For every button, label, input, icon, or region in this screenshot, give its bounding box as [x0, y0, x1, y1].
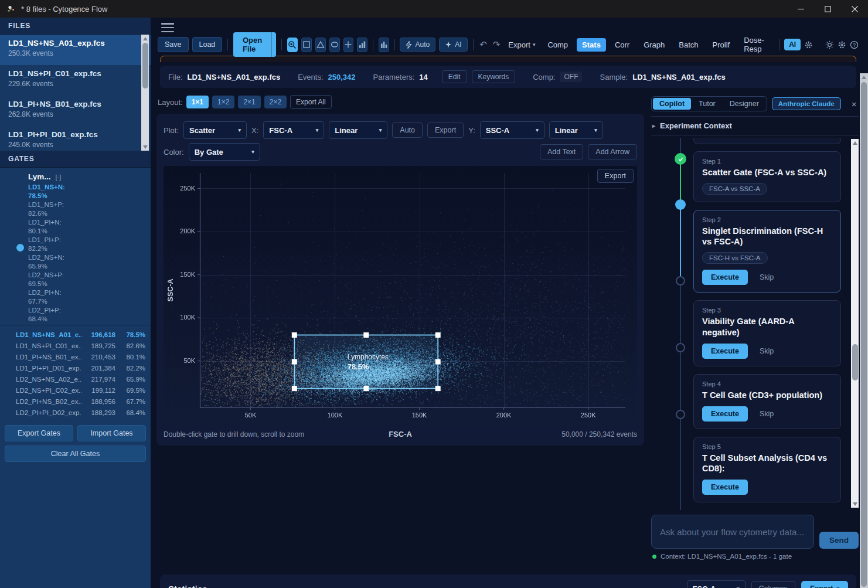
- zoom-tool-button[interactable]: [287, 38, 298, 52]
- per-file-stat-row[interactable]: LD1_NS+PI_C01_ex...189,72582.6%: [0, 340, 151, 351]
- per-file-stat-row[interactable]: LD1_PI+NS_B01_ex...210,45380.1%: [0, 351, 151, 362]
- tab-dose-resp[interactable]: Dose-Resp: [738, 33, 773, 56]
- experiment-context-toggle[interactable]: ▸ Experiment Context: [651, 117, 859, 135]
- gate-entry-label[interactable]: LD2_NS+N:: [28, 253, 151, 262]
- file-item[interactable]: LD1_PI+NS_B01_exp.fcs 262.8K events: [0, 96, 151, 126]
- quadrant-gate-tool-button[interactable]: [343, 38, 354, 52]
- per-file-stat-row[interactable]: LD1_NS+NS_A01_e...196,61878.5%: [0, 329, 151, 340]
- gate-entry-label[interactable]: LD2_NS+P:: [28, 271, 151, 280]
- columns-button[interactable]: Columns: [751, 581, 795, 588]
- per-file-stat-row[interactable]: LD2_PI+NS_B02_ex...188,95667.7%: [0, 396, 151, 407]
- model-badge[interactable]: Anthropic Claude: [772, 97, 841, 110]
- undo-icon[interactable]: ↶: [478, 39, 488, 50]
- tab-comp[interactable]: Comp: [542, 38, 573, 52]
- layout-2x1-button[interactable]: 2×1: [238, 96, 260, 108]
- copilot-step-card[interactable]: Step 3 Viability Gate (AARD-A negative) …: [693, 300, 841, 366]
- chevron-down-icon[interactable]: ▾: [271, 32, 276, 57]
- import-gates-button[interactable]: Import Gates: [77, 425, 146, 441]
- execute-button[interactable]: Execute: [702, 406, 748, 422]
- y-param-select[interactable]: SSC-A▾: [480, 121, 544, 139]
- execute-button[interactable]: Execute: [702, 480, 748, 495]
- gear-icon[interactable]: [804, 40, 813, 49]
- copilot-step-card[interactable]: Step 5 T Cell Subset Analysis (CD4 vs CD…: [693, 437, 841, 502]
- tab-stats[interactable]: Stats: [577, 38, 606, 52]
- tab-prolif[interactable]: Prolif: [707, 38, 736, 52]
- copilot-chat-input[interactable]: [651, 515, 814, 549]
- per-file-stat-row[interactable]: LD2_NS+NS_A02_e...217,97465.9%: [0, 373, 151, 385]
- layout-1x1-button[interactable]: 1×1: [186, 96, 209, 108]
- copilot-step-card[interactable]: Step 4 T Cell Gate (CD3+ population) Exe…: [693, 374, 841, 429]
- x-scale-select[interactable]: Linear▾: [329, 121, 387, 139]
- auto-gate-button[interactable]: Auto: [400, 38, 435, 52]
- plot-type-select[interactable]: Scatter▾: [183, 121, 247, 139]
- export-menu[interactable]: Export▾: [505, 40, 539, 49]
- steps-scrollbar[interactable]: [851, 139, 859, 508]
- clear-all-gates-button[interactable]: Clear All Gates: [5, 446, 146, 462]
- tab-designer[interactable]: Designer: [723, 98, 765, 110]
- polygon-gate-tool-button[interactable]: [315, 38, 326, 52]
- skip-button[interactable]: Skip: [760, 410, 774, 418]
- tab-corr[interactable]: Corr: [610, 38, 635, 52]
- stats-param-select[interactable]: FSC-A▾: [687, 580, 746, 588]
- edit-button[interactable]: Edit: [442, 70, 467, 83]
- layout-2x2-button[interactable]: 2×2: [264, 96, 287, 108]
- tab-batch[interactable]: Batch: [673, 38, 703, 52]
- theme-sun-icon[interactable]: [825, 40, 834, 49]
- gate-entry-label[interactable]: LD2_PI+P:: [28, 306, 151, 315]
- gate-entry-label[interactable]: LD1_PI+N:: [28, 218, 151, 227]
- execute-button[interactable]: Execute: [702, 270, 748, 285]
- export-plot-data-button[interactable]: Export: [427, 123, 464, 138]
- auto-scale-button[interactable]: Auto: [392, 123, 423, 138]
- open-file-button[interactable]: Open File ▾: [233, 32, 276, 57]
- close-button[interactable]: [841, 0, 868, 18]
- close-icon[interactable]: ×: [850, 99, 858, 109]
- gate-root[interactable]: Lym...[-]: [28, 172, 151, 181]
- menu-icon[interactable]: [161, 23, 174, 32]
- keywords-button[interactable]: Keywords: [472, 70, 516, 83]
- execute-button[interactable]: Execute: [702, 344, 748, 359]
- add-text-button[interactable]: Add Text: [540, 144, 583, 159]
- per-file-stat-row[interactable]: LD1_PI+PI_D01_exp....201,38482.2%: [0, 362, 151, 373]
- gate-entry-label[interactable]: LD1_NS+N:: [28, 183, 151, 192]
- save-button[interactable]: Save: [158, 37, 189, 52]
- gate-entry-label[interactable]: LD1_PI+P:: [28, 236, 151, 244]
- comp-toggle[interactable]: OFF: [560, 72, 582, 82]
- maximize-button[interactable]: [814, 0, 841, 18]
- histogram-tool-button[interactable]: [357, 38, 367, 52]
- skip-button[interactable]: Skip: [760, 273, 774, 281]
- tab-copilot[interactable]: Copilot: [653, 98, 691, 110]
- ai-tool-button[interactable]: AI: [439, 38, 467, 52]
- main-scrollbar[interactable]: [860, 73, 868, 588]
- skip-button[interactable]: Skip: [760, 347, 774, 355]
- copilot-step-card[interactable]: Step 2 Singlet Discrimination (FSC-H vs …: [693, 210, 841, 293]
- send-button[interactable]: Send: [819, 532, 859, 549]
- color-mode-select[interactable]: By Gate▾: [189, 143, 260, 161]
- file-list-scrollbar[interactable]: [141, 35, 149, 151]
- scatter-plot-canvas[interactable]: [164, 166, 637, 427]
- help-icon[interactable]: ?: [850, 40, 859, 49]
- ai-panel-toggle[interactable]: AI: [784, 39, 801, 50]
- per-file-stat-row[interactable]: LD2_PI+PI_D02_exp....188,29368.4%: [0, 407, 151, 418]
- minimize-button[interactable]: [787, 0, 814, 18]
- file-item[interactable]: LD1_PI+PI_D01_exp.fcs 245.0K events: [0, 126, 151, 151]
- y-scale-select[interactable]: Linear▾: [549, 121, 603, 139]
- file-item[interactable]: LD1_NS+PI_C01_exp.fcs 229.6K events: [0, 65, 151, 96]
- x-param-select[interactable]: FSC-A▾: [263, 121, 324, 139]
- settings-gear-icon[interactable]: [838, 40, 846, 49]
- rect-gate-tool-button[interactable]: [301, 38, 312, 52]
- collapse-toggle[interactable]: [-]: [56, 174, 62, 181]
- copilot-step-card[interactable]: Step 1 Scatter Gate (FSC-A vs SSC-A) FSC…: [693, 151, 841, 202]
- file-item[interactable]: LD1_NS+NS_A01_exp.fcs 250.3K events: [0, 35, 151, 65]
- tab-graph[interactable]: Graph: [638, 38, 670, 52]
- export-gates-button[interactable]: Export Gates: [5, 425, 73, 441]
- gate-entry-label[interactable]: LD1_NS+P:: [28, 200, 151, 209]
- histogram2-tool-button[interactable]: [379, 38, 389, 52]
- load-button[interactable]: Load: [192, 37, 223, 52]
- gate-entry-label[interactable]: LD2_PI+N:: [28, 288, 151, 297]
- tab-tutor[interactable]: Tutor: [692, 98, 722, 110]
- ellipse-gate-tool-button[interactable]: [329, 38, 340, 52]
- layout-1x2-button[interactable]: 1×2: [212, 96, 234, 108]
- export-all-button[interactable]: Export All: [290, 95, 332, 109]
- redo-icon[interactable]: ↷: [492, 39, 502, 50]
- export-stats-button[interactable]: Export▾: [801, 581, 848, 588]
